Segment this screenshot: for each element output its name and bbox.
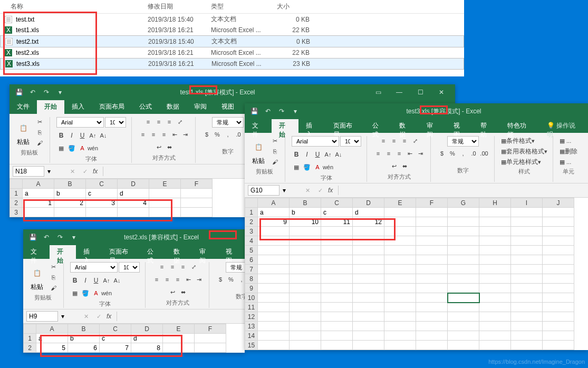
cell[interactable] [258, 246, 290, 255]
row-header[interactable]: 3 [245, 227, 258, 236]
orientation-icon[interactable]: ⤢ [410, 136, 420, 146]
font-size-select[interactable]: 10 [340, 136, 361, 147]
fx-icon[interactable]: fx [93, 168, 98, 175]
cell[interactable] [353, 236, 384, 246]
cell[interactable] [321, 274, 353, 284]
cell[interactable] [448, 227, 479, 236]
cell[interactable] [384, 274, 416, 284]
cond-format-button[interactable]: ▦ 条件格式 ▾ [501, 136, 535, 146]
align-center-icon[interactable]: ≡ [384, 149, 393, 158]
cell[interactable] [416, 341, 448, 350]
cell[interactable] [290, 293, 321, 303]
cell[interactable] [511, 322, 543, 331]
cell[interactable] [448, 341, 479, 350]
font-shrink-icon[interactable]: A↓ [334, 150, 343, 159]
cell[interactable] [416, 217, 448, 227]
row-header[interactable]: 6 [245, 255, 258, 265]
cell[interactable] [479, 227, 511, 236]
orientation-icon[interactable]: ⤢ [189, 262, 198, 272]
select-all[interactable] [245, 198, 258, 208]
cell[interactable] [384, 265, 416, 274]
cell[interactable]: a [258, 208, 290, 217]
cell[interactable] [511, 284, 543, 293]
enter-icon[interactable]: ✓ [80, 167, 90, 176]
row-header[interactable]: 5 [245, 246, 258, 255]
cell[interactable] [479, 274, 511, 284]
font-name-select[interactable]: Arial [292, 136, 339, 147]
cell[interactable] [54, 208, 86, 217]
undo-icon[interactable]: ↶ [26, 86, 39, 99]
tab-home[interactable]: 开始 [50, 245, 76, 259]
cell[interactable] [543, 236, 574, 246]
file-row[interactable]: Xtest1.xls2019/3/18 16:21Microsoft Excel… [0, 25, 464, 35]
font-name-select[interactable]: Arial [56, 117, 104, 128]
undo-icon[interactable]: ↶ [262, 105, 274, 118]
tab-view[interactable]: 视图 [218, 245, 245, 259]
cell[interactable] [543, 331, 574, 341]
percent-icon[interactable]: % [448, 149, 457, 158]
tab-insert[interactable]: 插入 [298, 119, 325, 133]
number-format-select[interactable]: 常规 [447, 136, 479, 147]
tab-data[interactable]: 数据 [159, 100, 187, 114]
paste-icon[interactable]: 📋 [14, 119, 33, 138]
align-right-icon[interactable]: ≡ [173, 275, 182, 284]
paste-icon[interactable]: 📋 [27, 264, 46, 283]
cell[interactable] [290, 312, 321, 322]
cell[interactable] [511, 265, 543, 274]
file-row[interactable]: Xtest2.xls2019/3/18 16:21Microsoft Excel… [0, 47, 464, 58]
cell[interactable] [290, 227, 321, 236]
file-row[interactable]: test.txt2019/3/18 15:40文本文档0 KB [0, 14, 464, 25]
cell[interactable] [258, 255, 290, 265]
qat-more-icon[interactable]: ▾ [68, 231, 80, 244]
cell[interactable] [416, 255, 448, 265]
cell[interactable] [479, 293, 511, 303]
cell[interactable]: 1 [23, 198, 54, 208]
col-header[interactable]: B [290, 198, 321, 208]
cell[interactable] [384, 246, 416, 255]
tab-special[interactable]: 特色功能 [500, 119, 539, 133]
cell[interactable] [416, 265, 448, 274]
row-header[interactable]: 1 [24, 334, 36, 343]
save-icon[interactable]: 💾 [26, 231, 39, 244]
tab-home[interactable]: 开始 [272, 119, 298, 133]
insert-cell-button[interactable]: ▦ ... [560, 136, 571, 146]
align-right-icon[interactable]: ≡ [394, 149, 404, 158]
cell[interactable] [511, 331, 543, 341]
enter-icon[interactable]: ✓ [94, 312, 103, 321]
cell[interactable] [479, 265, 511, 274]
cell[interactable] [321, 265, 353, 274]
cell[interactable] [479, 236, 511, 246]
cell[interactable] [353, 274, 384, 284]
cell[interactable]: 11 [321, 217, 353, 227]
cell[interactable] [353, 331, 384, 341]
row-header[interactable]: 8 [245, 274, 258, 284]
cell[interactable] [353, 284, 384, 293]
ribbon-opts-icon[interactable]: ▭ [368, 84, 389, 100]
name-box[interactable] [26, 311, 58, 322]
cell[interactable] [511, 293, 543, 303]
cell[interactable] [448, 255, 479, 265]
underline-button[interactable]: U [91, 276, 101, 285]
tab-file[interactable]: 文件 [9, 100, 37, 114]
select-all[interactable] [10, 179, 23, 189]
cell[interactable] [353, 312, 384, 322]
dropdown-icon[interactable]: ▾ [47, 168, 51, 175]
cell[interactable] [479, 284, 511, 293]
col-header[interactable]: A [258, 198, 290, 208]
row-header[interactable]: 11 [245, 303, 258, 312]
font-grow-icon[interactable]: A↑ [102, 276, 111, 285]
cell[interactable] [416, 312, 448, 322]
cell[interactable] [416, 293, 448, 303]
cell[interactable] [258, 322, 290, 331]
cell[interactable] [448, 284, 479, 293]
phonetic-icon[interactable]: wén [323, 162, 333, 172]
delete-cell-button[interactable]: ▦ 删除 [560, 147, 577, 156]
font-size-select[interactable]: 10 [105, 117, 126, 128]
align-center-icon[interactable]: ≡ [149, 130, 158, 139]
phonetic-icon[interactable]: wén [88, 143, 98, 153]
cell[interactable] [511, 255, 543, 265]
row-header[interactable]: 1 [245, 208, 258, 217]
cell[interactable] [321, 284, 353, 293]
copy-icon[interactable]: ⎘ [49, 273, 58, 282]
cell[interactable] [181, 208, 213, 217]
